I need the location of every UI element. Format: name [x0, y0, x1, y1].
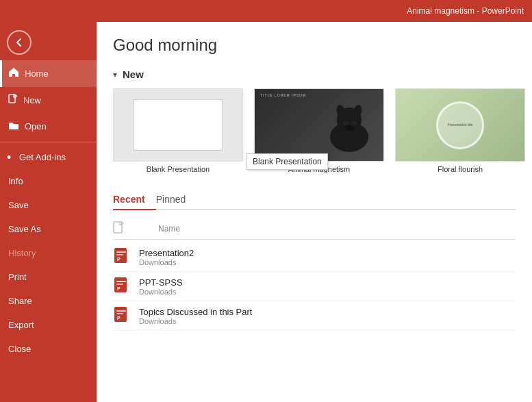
svg-point-7	[344, 125, 355, 131]
template-thumb-animal: TITLE LOREM IPSUM	[254, 88, 384, 162]
back-button[interactable]	[7, 30, 31, 55]
sidebar-label-history: History	[8, 248, 36, 258]
sidebar-item-open[interactable]: Open	[0, 114, 97, 139]
sidebar-label-save-as: Save As	[8, 224, 41, 234]
svg-rect-8	[114, 222, 122, 233]
svg-rect-18	[116, 310, 126, 312]
svg-rect-11	[116, 254, 123, 255]
dog-silhouette-icon	[322, 99, 377, 161]
folder-icon	[8, 121, 19, 132]
sidebar-item-close[interactable]: Close	[0, 337, 97, 361]
floral-circle: Presentation title	[436, 101, 484, 149]
svg-rect-19	[116, 313, 123, 314]
sidebar-item-new[interactable]: New	[0, 87, 97, 114]
greeting-text: Good morning	[113, 36, 516, 55]
sidebar-label-info: Info	[8, 176, 23, 186]
sidebar-label-share: Share	[8, 296, 32, 306]
svg-text:P: P	[117, 316, 121, 321]
powerpoint-icon: P	[114, 306, 131, 325]
template-label-blank: Blank Presentation	[147, 165, 210, 173]
sidebar-item-export[interactable]: Export	[0, 313, 97, 337]
sidebar-item-share[interactable]: Share	[0, 289, 97, 313]
sidebar-label-addins: Get Add-ins	[19, 152, 66, 162]
powerpoint-icon: P	[114, 247, 131, 266]
file-name: Topics Discussed in this Part	[139, 307, 252, 317]
content-area: Good morning ▾ New Blank Presentation Bl…	[97, 22, 532, 402]
floral-text: Presentation title	[447, 123, 472, 127]
chevron-down-icon: ▾	[113, 70, 117, 79]
file-info: Topics Discussed in this Part Downloads	[139, 307, 252, 325]
sidebar-item-addins[interactable]: Get Add-ins	[0, 145, 97, 169]
recent-section: Recent Pinned Name	[113, 190, 516, 331]
sidebar-item-save-as[interactable]: Save As	[0, 217, 97, 241]
file-name: Presentation2	[139, 248, 194, 258]
file-header-icon	[113, 221, 125, 236]
template-thumb-blank	[113, 88, 243, 162]
title-bar: Animal magnetism - PowerPoint	[0, 0, 532, 22]
sidebar-label-new: New	[23, 95, 41, 105]
file-location: Downloads	[139, 317, 252, 325]
main-layout: Home New Open Get Ad	[0, 22, 532, 402]
ppt-file-icon: P	[113, 306, 132, 325]
file-name: PPT-SPSS	[139, 277, 183, 288]
list-item[interactable]: P Topics Discussed in this Part Download…	[113, 301, 516, 331]
new-section: ▾ New Blank Presentation Blank Presentat…	[113, 68, 516, 173]
blank-inner	[134, 99, 223, 151]
sidebar-label-save: Save	[8, 200, 29, 210]
svg-rect-10	[116, 251, 126, 253]
new-doc-icon	[8, 94, 18, 107]
animal-header-text: TITLE LOREM IPSUM	[260, 93, 306, 97]
sidebar-item-home[interactable]: Home	[0, 60, 97, 87]
template-label-floral: Floral flourish	[438, 165, 483, 173]
sidebar: Home New Open Get Ad	[0, 22, 97, 402]
new-section-label: New	[123, 68, 144, 80]
tab-pinned[interactable]: Pinned	[156, 190, 197, 210]
powerpoint-icon: P	[114, 277, 131, 296]
list-item[interactable]: P Presentation2 Downloads	[113, 242, 516, 272]
svg-text:P: P	[117, 286, 121, 291]
svg-rect-14	[116, 281, 126, 282]
sidebar-label-close: Close	[8, 344, 31, 354]
list-item[interactable]: P PPT-SPSS Downloads	[113, 272, 516, 301]
templates-row: Blank Presentation Blank Presentation TI…	[113, 88, 516, 173]
svg-point-5	[342, 121, 349, 125]
ppt-file-icon: P	[113, 277, 132, 296]
sidebar-label-home: Home	[25, 68, 49, 79]
floral-bg: Presentation title	[396, 89, 524, 161]
title-bar-text: Animal magnetism - PowerPoint	[407, 6, 524, 16]
home-icon	[8, 67, 19, 80]
sidebar-divider	[0, 142, 97, 142]
sidebar-item-history: History	[0, 241, 97, 265]
file-info: PPT-SPSS Downloads	[139, 277, 183, 296]
svg-text:P: P	[117, 257, 121, 262]
sidebar-label-print: Print	[8, 272, 27, 282]
tooltip-blank-presentation: Blank Presentation	[246, 153, 328, 170]
ppt-file-icon: P	[113, 247, 132, 266]
file-list-name-header: Name	[158, 224, 180, 234]
tabs-row: Recent Pinned	[113, 190, 516, 210]
file-list-header: Name	[113, 218, 516, 240]
new-section-header[interactable]: ▾ New	[113, 68, 516, 80]
sidebar-item-print[interactable]: Print	[0, 265, 97, 289]
file-location: Downloads	[139, 258, 194, 266]
file-location: Downloads	[139, 288, 183, 296]
sidebar-item-info[interactable]: Info	[0, 169, 97, 193]
sidebar-label-export: Export	[8, 320, 34, 330]
svg-point-6	[351, 121, 357, 125]
template-thumb-floral: Presentation title	[395, 88, 525, 162]
sidebar-item-save[interactable]: Save	[0, 193, 97, 217]
tab-recent[interactable]: Recent	[113, 190, 156, 210]
sidebar-label-open: Open	[25, 121, 47, 131]
file-info: Presentation2 Downloads	[139, 248, 194, 266]
svg-rect-0	[9, 95, 15, 103]
svg-rect-15	[116, 284, 123, 285]
template-floral[interactable]: Presentation title Floral flourish	[395, 88, 525, 173]
animal-bg: TITLE LOREM IPSUM	[255, 89, 383, 161]
template-blank[interactable]: Blank Presentation	[113, 88, 243, 173]
